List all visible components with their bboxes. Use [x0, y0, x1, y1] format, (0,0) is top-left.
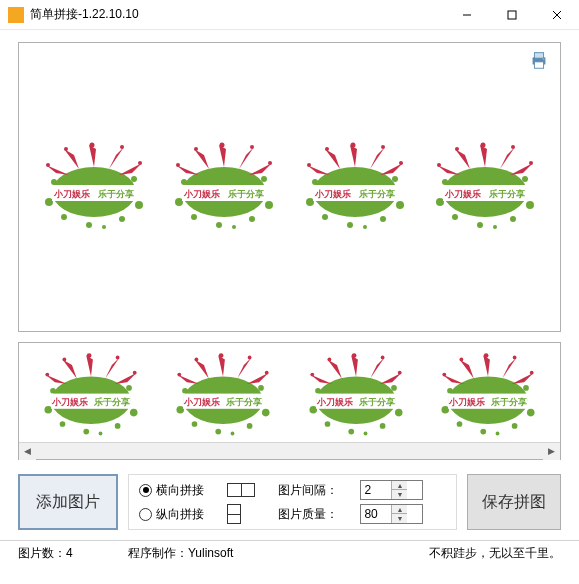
titlebar: 简单拼接-1.22.10.10 — [0, 0, 579, 30]
gap-up-button[interactable]: ▲ — [392, 481, 407, 490]
scroll-right-button[interactable]: ▶ — [543, 443, 560, 460]
preview-canvas — [18, 42, 561, 332]
vertical-label: 纵向拼接 — [156, 506, 204, 523]
thumbnail-image[interactable] — [292, 348, 420, 443]
preview-image — [295, 132, 415, 242]
save-image-button[interactable]: 保存拼图 — [467, 474, 561, 530]
radio-icon — [139, 508, 152, 521]
thumbnail-image[interactable] — [159, 348, 287, 443]
author-value: Yulinsoft — [188, 546, 233, 560]
quality-label: 图片质量： — [278, 506, 353, 523]
thumbnail-strip: ◀ ▶ — [18, 342, 561, 460]
count-value: 4 — [66, 546, 73, 560]
preview-image — [164, 132, 284, 242]
thumbnail-image[interactable] — [424, 348, 552, 443]
radio-icon — [139, 484, 152, 497]
count-label: 图片数： — [18, 546, 66, 560]
thumbnail-image[interactable] — [27, 348, 155, 443]
gap-input[interactable] — [361, 483, 391, 497]
gap-down-button[interactable]: ▼ — [392, 490, 407, 499]
close-button[interactable] — [534, 0, 579, 29]
add-image-button[interactable]: 添加图片 — [18, 474, 118, 530]
options-panel: 横向拼接 图片间隔： ▲▼ 纵向拼接 图片质量： ▲▼ — [128, 474, 457, 530]
maximize-button[interactable] — [489, 0, 534, 29]
horizontal-radio[interactable]: 横向拼接 — [139, 482, 219, 499]
quality-spinner[interactable]: ▲▼ — [360, 504, 423, 524]
quality-input[interactable] — [361, 507, 391, 521]
app-icon — [8, 7, 24, 23]
gap-spinner[interactable]: ▲▼ — [360, 480, 423, 500]
status-bar: 图片数：4 程序制作：Yulinsoft 不积跬步，无以至千里。 — [0, 540, 579, 566]
preview-image — [34, 132, 154, 242]
vertical-radio[interactable]: 纵向拼接 — [139, 506, 219, 523]
quality-down-button[interactable]: ▼ — [392, 514, 407, 523]
svg-rect-22 — [508, 11, 516, 19]
scroll-track[interactable] — [36, 443, 543, 460]
motto-text: 不积跬步，无以至千里。 — [429, 545, 561, 562]
preview-image — [425, 132, 545, 242]
horizontal-scrollbar[interactable]: ◀ ▶ — [19, 442, 560, 459]
vertical-icon — [227, 504, 241, 524]
scroll-left-button[interactable]: ◀ — [19, 443, 36, 460]
print-button[interactable] — [528, 49, 550, 74]
horizontal-icon — [227, 483, 255, 497]
window-title: 简单拼接-1.22.10.10 — [30, 6, 444, 23]
gap-label: 图片间隔： — [278, 482, 353, 499]
quality-up-button[interactable]: ▲ — [392, 505, 407, 514]
horizontal-label: 横向拼接 — [156, 482, 204, 499]
author-label: 程序制作： — [128, 546, 188, 560]
minimize-button[interactable] — [444, 0, 489, 29]
